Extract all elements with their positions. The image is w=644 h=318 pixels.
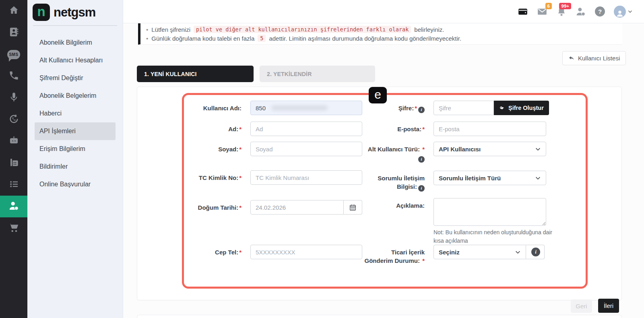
- rail-sub-users[interactable]: [0, 196, 27, 217]
- last-name-label: Soyad:*: [181, 142, 242, 153]
- email-input[interactable]: [433, 122, 546, 136]
- rail-cart[interactable]: [0, 217, 27, 239]
- tab-yetkilendir[interactable]: 2. YETKİLENDİR: [260, 66, 375, 82]
- birth-date-label: Doğum Tarihi:*: [181, 200, 242, 212]
- required-asterisk: *: [239, 174, 242, 181]
- annotation-e-badge: e: [369, 87, 387, 103]
- rail-microphone[interactable]: [0, 87, 27, 109]
- mobile-label: Cep Tel:*: [181, 245, 242, 256]
- notice-text: Lütfen şifrenizi: [151, 26, 190, 33]
- notice-code: pilot ve diğer alt kullanıcılarınızın şi…: [194, 26, 411, 33]
- sub-user-type-select[interactable]: API Kullanıcısı: [433, 142, 546, 156]
- bullet-icon: •: [146, 26, 148, 33]
- first-name-input[interactable]: [250, 122, 362, 136]
- contact-info-label: Sorumlu İletişim Bilgisi:i: [364, 171, 425, 192]
- account-menu-button[interactable]: [614, 6, 633, 18]
- commercial-row: Ticari İçerik Gönderim Durumu: * Seçiniz…: [364, 245, 545, 265]
- help-button[interactable]: ?: [595, 6, 605, 17]
- netgsm-admin-page: SMS n netgsm Abonelik Bilgilerim Alt Kul…: [0, 0, 644, 318]
- avatar: [614, 6, 626, 18]
- last-name-row: Soyad:*: [181, 142, 362, 156]
- topbar: 6 99+ ?: [123, 0, 644, 23]
- wallet-icon: [518, 6, 528, 17]
- contact-info-select[interactable]: Sorumlu İletişim Türü: [433, 171, 546, 185]
- info-icon[interactable]: i: [418, 156, 425, 163]
- birth-date-row: Doğum Tarihi:*: [181, 200, 362, 215]
- tc-no-label: TC Kimlik No:*: [181, 170, 242, 182]
- email-row: E-posta:*: [364, 122, 546, 136]
- sidebar-item-bildirimler[interactable]: Bildirimler: [27, 158, 123, 176]
- required-asterisk: *: [239, 146, 242, 153]
- commercial-label: Ticari İçerik Gönderim Durumu: *: [364, 245, 425, 265]
- user-list-button-label: Kullanıcı Listesi: [578, 55, 620, 62]
- brand-logo[interactable]: n netgsm: [27, 0, 123, 25]
- first-name-row: Ad:*: [181, 122, 362, 136]
- tc-no-input[interactable]: [250, 170, 362, 185]
- sidebar-item-alt-kullanici-hesaplari[interactable]: Alt Kullanıcı Hesapları: [27, 52, 123, 69]
- generate-password-button[interactable]: Şifre Oluştur: [494, 101, 549, 115]
- sidebar-item-haberci[interactable]: Haberci: [27, 105, 123, 122]
- fax-icon: [8, 157, 19, 169]
- email-label: E-posta:*: [364, 122, 425, 133]
- info-icon[interactable]: i: [418, 185, 425, 192]
- notice-text: belirleyiniz.: [414, 26, 444, 33]
- messages-button[interactable]: 6: [537, 6, 547, 17]
- user-list-button[interactable]: Kullanıcı Listesi: [562, 51, 626, 65]
- required-asterisk: *: [239, 126, 242, 132]
- first-name-label: Ad:*: [181, 122, 242, 133]
- commercial-select[interactable]: Seçiniz: [433, 245, 526, 259]
- sub-user-type-label: Alt Kullanıcı Türü: *i: [364, 142, 425, 163]
- user-gear-icon: [576, 6, 586, 17]
- sub-user-type-row: Alt Kullanıcı Türü: *i API Kullanıcısı: [364, 142, 546, 163]
- description-label: Açıklama:: [364, 198, 425, 210]
- rail-contacts[interactable]: [0, 22, 27, 43]
- user-icon: [615, 9, 624, 18]
- last-name-input[interactable]: [250, 142, 362, 156]
- robot-icon: [8, 135, 19, 148]
- rail-list[interactable]: [0, 174, 27, 196]
- sidebar-item-abonelik-bilgilerim[interactable]: Abonelik Bilgilerim: [27, 34, 123, 52]
- user-gear-icon: [8, 200, 19, 213]
- sidebar-item-sifremi-degistir[interactable]: Şifremi Değiştir: [27, 69, 123, 87]
- password-input[interactable]: [433, 101, 494, 115]
- rail-sms[interactable]: SMS: [0, 43, 27, 65]
- rail-home[interactable]: [0, 0, 27, 22]
- tab-yeni-kullanici[interactable]: 1. YENİ KULLANICI: [137, 66, 254, 82]
- required-asterisk: *: [422, 146, 425, 153]
- sidebar-item-erisim-bilgilerim[interactable]: Erişim Bilgilerim: [27, 140, 123, 158]
- rail-robot[interactable]: [0, 130, 27, 152]
- required-asterisk: *: [239, 204, 242, 211]
- notifications-button[interactable]: 99+: [556, 6, 567, 17]
- required-asterisk: *: [422, 126, 425, 132]
- username-label: Kullanıcı Adı:: [181, 101, 242, 112]
- call-redirect-icon: [8, 114, 19, 126]
- notice-line-2: • Günlük doğrulama kodu talebi en fazla …: [146, 35, 616, 42]
- chevron-down-icon: [515, 249, 521, 255]
- birth-date-input[interactable]: [250, 200, 344, 215]
- back-button[interactable]: Geri: [571, 299, 592, 313]
- info-icon[interactable]: i: [418, 107, 425, 113]
- rail-phone[interactable]: [0, 65, 27, 87]
- notice-text: Günlük doğrulama kodu talebi en fazla: [151, 35, 254, 42]
- sidebar-item-online-basvurular[interactable]: Online Başvurular: [27, 176, 123, 193]
- username-input[interactable]: [250, 101, 362, 115]
- mobile-input[interactable]: [250, 245, 362, 259]
- info-icon: i: [531, 248, 540, 256]
- commercial-info-button[interactable]: i: [526, 245, 545, 259]
- calendar-button[interactable]: [344, 200, 362, 215]
- required-asterisk: *: [415, 105, 417, 112]
- sidebar: n netgsm Abonelik Bilgilerim Alt Kullanı…: [27, 0, 123, 318]
- notifications-count-badge: 99+: [559, 3, 571, 10]
- notice-line-1: • Lütfen şifrenizi pilot ve diğer alt ku…: [146, 26, 616, 33]
- sub-user-settings-button[interactable]: [576, 6, 586, 17]
- rail-fax[interactable]: [0, 152, 27, 174]
- rail-call-redirect[interactable]: [0, 109, 27, 130]
- sidebar-item-abonelik-belgelerim[interactable]: Abonelik Belgelerim: [27, 87, 123, 105]
- username-row: Kullanıcı Adı:: [181, 101, 362, 115]
- description-note: Not: Bu kullanıcının neden oluşturulduğu…: [433, 228, 553, 245]
- next-button[interactable]: İleri: [598, 299, 619, 313]
- wallet-button[interactable]: [518, 6, 528, 17]
- sidebar-item-api-islemleri[interactable]: API İşlemleri: [35, 122, 116, 140]
- description-textarea[interactable]: [433, 198, 546, 226]
- contacts-icon: [8, 27, 19, 39]
